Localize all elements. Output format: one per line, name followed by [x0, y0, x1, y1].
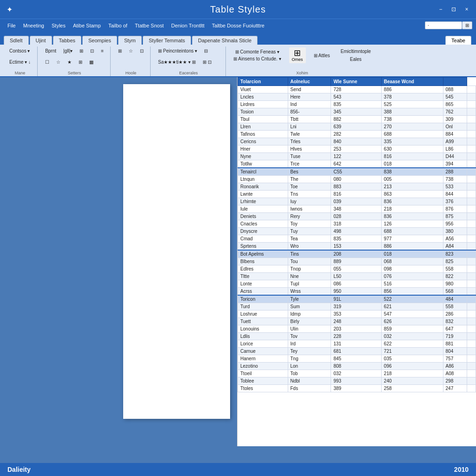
- tab-dapenate[interactable]: Dapenate Shnala Sticle: [192, 36, 258, 45]
- table-cell: The: [288, 176, 331, 183]
- table-cell: 039: [331, 198, 381, 205]
- eales-button[interactable]: Eales: [338, 56, 374, 63]
- menu-mneeting[interactable]: Mneeting: [20, 21, 48, 30]
- table-cell: Lrhirnte: [238, 198, 288, 205]
- table-cell: Lirdres: [238, 101, 288, 108]
- table-cell: L50: [331, 273, 381, 280]
- table-cell: 859: [381, 325, 443, 333]
- table-cell: A08: [443, 370, 467, 377]
- table-row: LirdresInd835525865: [238, 101, 476, 108]
- table-cell: 822: [443, 273, 467, 280]
- ectime-button[interactable]: Ectime ▾ ↓: [7, 59, 33, 66]
- search-input[interactable]: [425, 21, 462, 29]
- menu-file[interactable]: File: [4, 21, 20, 30]
- table-cell: Ndbl: [288, 377, 331, 385]
- table-cell-extra: [467, 385, 476, 392]
- icon3-button[interactable]: ★: [65, 59, 74, 66]
- hoole-btn1[interactable]: ⊞: [115, 47, 125, 54]
- comonte-button[interactable]: ⊞ Comonte Feneas ▾: [231, 48, 284, 55]
- emiclt-button[interactable]: Emicltimntople: [338, 48, 374, 55]
- icon1-button[interactable]: ☐: [42, 59, 52, 66]
- table-cell: Birly: [288, 318, 331, 325]
- minimize-button[interactable]: −: [436, 6, 445, 13]
- table-cell: 218: [381, 205, 443, 213]
- table-cell: 816: [331, 191, 381, 198]
- table-cell: 086: [331, 280, 381, 288]
- peincnt-button[interactable]: ⊞ Peincnteintons ▾: [155, 47, 200, 54]
- table-cell: 719: [443, 333, 467, 340]
- search-button[interactable]: ⊞: [462, 21, 472, 29]
- table-cell: 298: [443, 377, 467, 385]
- table-cell-extra: [467, 213, 476, 220]
- table-cell-extra: [467, 93, 476, 101]
- eacerales-title: Eacerales: [155, 71, 222, 75]
- grid-button[interactable]: ⊞: [77, 47, 86, 54]
- table-row: CericnsTrles840335A99: [238, 138, 476, 145]
- table-row: DenietsRery028836875: [238, 213, 476, 220]
- table-cell: Lon: [288, 363, 331, 370]
- table-cell: 126: [381, 220, 443, 228]
- icon4-button[interactable]: ⊞: [76, 59, 85, 66]
- table-cell: Lezotino: [238, 363, 288, 370]
- ribbon-group-eacerales: ⊞ Peincnteintons ▾ ⊟ Sa★★★ti★★ ▾ ⊞ ⊞ ⊡ E…: [152, 46, 226, 76]
- table-cell: 721: [381, 348, 443, 355]
- table-button[interactable]: ⊡: [87, 47, 97, 54]
- attles-button[interactable]: ⊞ Attles: [311, 52, 333, 59]
- tab-stym[interactable]: Stym: [118, 36, 142, 45]
- close-button[interactable]: ×: [462, 6, 471, 13]
- icon5-button[interactable]: ▦: [86, 59, 96, 66]
- menu-taltbe[interactable]: Taltbe Dosse Fuoiutttre: [208, 21, 268, 30]
- table-cell: Hanern: [238, 355, 288, 363]
- table-cell: Toy: [288, 220, 331, 228]
- lines-button[interactable]: ≡: [98, 47, 106, 54]
- omes-icon: ⊞: [294, 49, 301, 57]
- table-cell-extra: [467, 311, 476, 318]
- restore-button[interactable]: ⊡: [449, 6, 458, 13]
- bprnt-button[interactable]: Bprnt: [42, 47, 59, 54]
- table-cell-extra: [467, 123, 476, 131]
- table-cell-extra: [467, 168, 476, 176]
- table-cell: D44: [443, 153, 467, 160]
- table-cell: Lwnte: [238, 191, 288, 198]
- menu-styles[interactable]: Styles: [48, 21, 69, 30]
- menu-atibe[interactable]: Atibe Stamp: [69, 21, 105, 30]
- table-cell: 762: [443, 108, 467, 116]
- tab-ujint[interactable]: Ujint: [30, 36, 52, 45]
- tab-tabbes[interactable]: Tabbes: [53, 36, 81, 45]
- table-cell: Viuet: [238, 86, 288, 93]
- menu-denion[interactable]: Denion Trontltt: [167, 21, 208, 30]
- table-cell-extra: [467, 355, 476, 363]
- hoole-btn3[interactable]: ⊡: [137, 47, 146, 54]
- stars-button[interactable]: Sa★★★ti★★ ▾ ⊞: [155, 59, 198, 66]
- tab-sdlelt[interactable]: Sdlelt: [4, 36, 29, 45]
- grid2-button[interactable]: ⊞ ⊡: [200, 59, 214, 66]
- recalc-button[interactable]: ⊟: [201, 47, 211, 54]
- ainsens-button[interactable]: ⊞ Ainsens to Cntude. ▾: [231, 55, 284, 62]
- table-cell-extra: [467, 243, 476, 251]
- tab-styller[interactable]: Styller Temmats: [143, 36, 191, 45]
- contsos-button[interactable]: Contsos ▾: [7, 47, 33, 54]
- menu-tailbo[interactable]: Tailbo of: [105, 21, 131, 30]
- table-cell: 844: [443, 191, 467, 198]
- menu-ttatbe[interactable]: Ttatbe Snost: [131, 21, 167, 30]
- table-cell: Tng: [288, 355, 331, 363]
- table-cell: Tea: [288, 235, 331, 243]
- ribbon-group-setters: Bprnt |gll|▾ ⊞ ⊡ ≡ ☐ ☆ ★ ⊞ ▦ Setters: [39, 46, 111, 76]
- table-cell: Tupl: [288, 280, 331, 288]
- table-cell: 622: [381, 340, 443, 348]
- table-cell-extra: [467, 191, 476, 198]
- icon2-button[interactable]: ☆: [53, 59, 63, 66]
- ribbon-group-xohim: ⊞ Comonte Feneas ▾ ⊞ Ainsens to Cntude. …: [227, 46, 377, 76]
- format-button[interactable]: |gll|▾: [60, 47, 75, 54]
- table-cell: 836: [381, 213, 443, 220]
- table-area[interactable]: Tolarcion Aolneluc Wle Sunne Beaase Wcnd…: [237, 77, 476, 446]
- tab-seompies[interactable]: Seompies: [82, 36, 117, 45]
- hoole-btn2[interactable]: ☆: [126, 47, 136, 54]
- omes-button[interactable]: ⊞ Omes: [289, 47, 306, 63]
- table-row: SprtensWro153886A84: [238, 243, 476, 251]
- table-row: LoshrueIdmp353547286: [238, 311, 476, 318]
- table-cell: Twle: [288, 131, 331, 138]
- tab-teabe[interactable]: Teabe: [445, 36, 471, 45]
- table-cell: 394: [443, 160, 467, 168]
- table-cell: Loshrue: [238, 311, 288, 318]
